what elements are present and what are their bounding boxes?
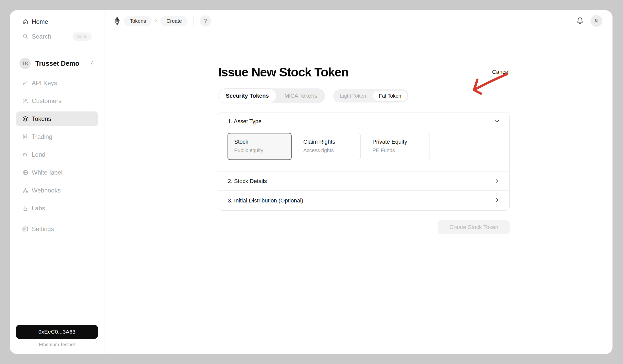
cancel-button[interactable]: Cancel (492, 69, 510, 75)
sidebar-item-label: White-label (32, 169, 62, 176)
breadcrumb: Tokens Create ? (114, 15, 211, 27)
sidebar-item-label: Settings (32, 225, 54, 233)
globe-icon (22, 169, 28, 176)
wallet-address-button[interactable]: 0xEeC0...3A63 (16, 325, 98, 339)
sidebar-item-settings[interactable]: Settings (16, 222, 98, 236)
account-button[interactable] (590, 15, 602, 27)
chevron-up-down-icon (89, 60, 95, 67)
breadcrumb-tokens[interactable]: Tokens (124, 16, 152, 26)
org-avatar: TR (19, 58, 31, 69)
ethereum-logo-icon (114, 17, 120, 25)
sidebar-item-webhooks[interactable]: Webhooks (16, 183, 98, 198)
asset-option-claim-rights[interactable]: Claim Rights Access rights (297, 133, 361, 160)
help-button[interactable]: ? (200, 15, 211, 27)
chevron-right-icon (494, 178, 500, 185)
network-label: Ethereum Testnet (10, 342, 104, 347)
sidebar-item-white-label[interactable]: White-label (16, 165, 98, 180)
sidebar: Home Search Soon TR Trusset Demo API Key… (10, 10, 104, 354)
asset-option-private-equity[interactable]: Private Equity PE Funds (366, 133, 430, 160)
asset-option-title: Stock (234, 139, 285, 145)
topbar-actions (576, 15, 602, 27)
soon-badge: Soon (73, 32, 92, 41)
bell-icon (576, 17, 584, 24)
search-icon (22, 33, 28, 40)
sidebar-item-api-keys[interactable]: API Keys (16, 76, 98, 90)
asset-option-stock[interactable]: Stock Public equity (228, 133, 292, 160)
org-switcher[interactable]: TR Trusset Demo (16, 54, 98, 72)
asset-option-subtitle: Access rights (303, 147, 354, 153)
sidebar-item-label: Tokens (32, 115, 51, 122)
user-icon (593, 18, 599, 24)
users-icon (22, 98, 28, 104)
sidebar-item-label: Labs (32, 205, 45, 212)
app-window: Home Search Soon TR Trusset Demo API Key… (10, 10, 613, 354)
token-type-tabs: Security Tokens MiCA Tokens (218, 88, 325, 103)
toggle-light-token[interactable]: Light Token (333, 93, 373, 99)
sidebar-item-labs[interactable]: Labs (16, 201, 98, 216)
asset-option-subtitle: PE Funds (372, 147, 423, 153)
toggle-fat-token[interactable]: Fat Token (373, 90, 407, 101)
sidebar-item-label: Lend (32, 151, 45, 158)
token-mode-toggle: Light Token Fat Token (333, 89, 408, 103)
section-asset-type-header[interactable]: 1. Asset Type (218, 112, 509, 130)
sidebar-item-label: Trading (32, 133, 52, 140)
sidebar-item-label: Customers (32, 97, 61, 105)
topbar: Tokens Create ? (104, 10, 613, 32)
sidebar-item-lend[interactable]: Lend (16, 147, 98, 162)
tab-mica-tokens[interactable]: MiCA Tokens (276, 93, 325, 99)
topbar-divider (194, 16, 194, 26)
sidebar-item-label: Home (32, 18, 48, 25)
key-icon (22, 80, 28, 86)
webhook-icon (22, 187, 28, 194)
main-area: Tokens Create ? Issu (104, 10, 613, 354)
tabs-row: Security Tokens MiCA Tokens Light Token … (218, 88, 510, 103)
sidebar-item-label: Webhooks (32, 187, 61, 194)
tab-security-tokens[interactable]: Security Tokens (218, 88, 276, 103)
chevron-right-icon (154, 18, 158, 24)
piggy-bank-icon (22, 152, 28, 158)
sidebar-item-tokens[interactable]: Tokens (16, 111, 98, 126)
home-icon (22, 19, 28, 25)
page-title: Issue New Stock Token (218, 65, 349, 79)
asset-option-title: Private Equity (372, 139, 423, 145)
sidebar-nav: API Keys Customers Tokens Trading (10, 76, 104, 219)
asset-option-subtitle: Public equity (234, 147, 285, 153)
asset-option-title: Claim Rights (303, 139, 354, 145)
question-mark-icon: ? (204, 18, 207, 24)
chevron-right-icon (494, 197, 500, 204)
flask-icon (22, 205, 28, 211)
sidebar-item-label: API Keys (32, 79, 57, 87)
notifications-button[interactable] (576, 17, 584, 25)
org-name: Trusset Demo (35, 60, 79, 67)
sidebar-item-search[interactable]: Search Soon (16, 29, 98, 44)
layers-icon (22, 116, 28, 122)
token-form-accordion: 1. Asset Type Stock Public equity Claim … (218, 112, 510, 211)
chevron-down-icon (494, 118, 500, 125)
sidebar-item-home[interactable]: Home (16, 14, 98, 29)
section-stock-details-header[interactable]: 2. Stock Details (218, 172, 509, 190)
section-initial-distribution-header[interactable]: 3. Initial Distribution (Optional) (218, 191, 509, 210)
candlestick-chart-icon (22, 134, 28, 140)
breadcrumb-create[interactable]: Create (160, 16, 188, 26)
sidebar-divider (10, 50, 104, 50)
asset-type-options: Stock Public equity Claim Rights Access … (218, 130, 509, 172)
create-stock-token-button[interactable]: Create Stock Token (438, 220, 510, 234)
issue-token-panel: Issue New Stock Token Cancel Security To… (218, 64, 510, 234)
section-title: 3. Initial Distribution (Optional) (228, 197, 303, 204)
gear-icon (22, 226, 28, 232)
section-title: 2. Stock Details (228, 178, 267, 185)
section-title: 1. Asset Type (228, 118, 262, 125)
sidebar-item-trading[interactable]: Trading (16, 129, 98, 144)
sidebar-item-customers[interactable]: Customers (16, 94, 98, 108)
sidebar-item-label: Search (32, 33, 51, 40)
